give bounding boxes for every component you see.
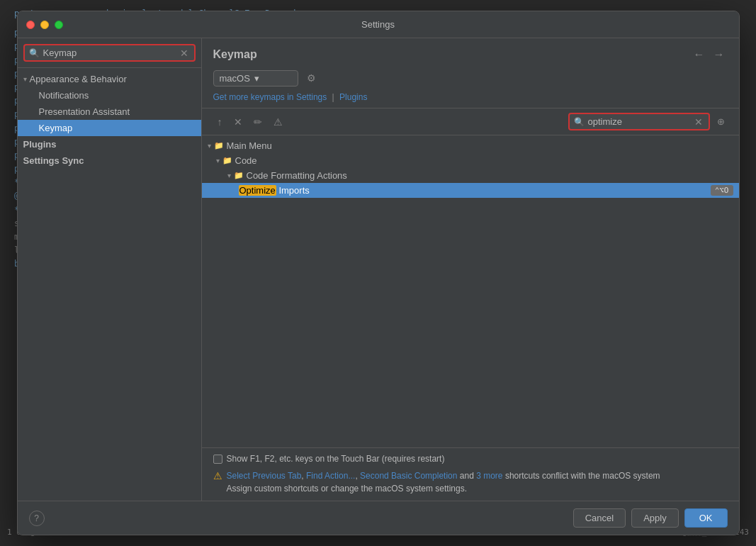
cancel-button[interactable]: Cancel: [573, 508, 626, 528]
traffic-lights: [26, 21, 63, 29]
remove-shortcut-button[interactable]: ✕: [230, 113, 247, 130]
chevron-down-icon: ▾: [208, 142, 211, 150]
keymap-toolbar: ↑ ✕ ✏ ⚠ 🔍 ✕ ⊕: [202, 108, 739, 135]
sidebar-search-container: 🔍 ✕: [18, 38, 201, 68]
sidebar-group-label: Appearance & Behavior: [30, 74, 127, 84]
touch-bar-checkbox[interactable]: [213, 455, 222, 464]
back-button[interactable]: ←: [691, 47, 708, 62]
tree-item-code-formatting[interactable]: ▾ 📁 Code Formatting Actions: [202, 168, 739, 183]
get-more-keymaps-link[interactable]: Get more keymaps in Settings: [213, 92, 327, 102]
plugins-link[interactable]: Plugins: [339, 92, 367, 102]
sidebar-nav: ▾ Appearance & Behavior Notifications Pr…: [18, 68, 201, 172]
tree-item-main-menu[interactable]: ▾ 📁 Main Menu: [202, 138, 739, 153]
titlebar: Settings: [18, 11, 739, 38]
forward-button[interactable]: →: [711, 47, 728, 62]
gear-button[interactable]: ⚙: [304, 69, 319, 87]
navigation-arrows: ← →: [691, 47, 728, 62]
dialog-body: 🔍 ✕ ▾ Appearance & Behavior Notification…: [18, 38, 739, 501]
add-shortcut-button[interactable]: ↑: [213, 113, 227, 130]
folder-icon: 📁: [234, 171, 244, 180]
touch-bar-label: Show F1, F2, etc. keys on the Touch Bar …: [227, 454, 445, 464]
minimize-button[interactable]: [40, 21, 49, 29]
tree-item-label: Optimize Imports: [239, 185, 310, 196]
conflict-text: Select Previous Tab, Find Action..., Sec…: [227, 469, 660, 495]
conflict-warning-row: ⚠ Select Previous Tab, Find Action..., S…: [213, 469, 728, 495]
chevron-down-icon: ▾: [216, 157, 220, 165]
shortcut-badge: ⌃⌥O: [711, 185, 733, 196]
keymap-scheme-dropdown[interactable]: macOS ▾: [213, 70, 298, 87]
sidebar-item-plugins[interactable]: Plugins: [18, 136, 201, 152]
link-separator: |: [332, 92, 334, 102]
action-search-input[interactable]: [588, 116, 689, 127]
sidebar-search-field[interactable]: 🔍 ✕: [23, 44, 196, 62]
toolbar-search-container: 🔍 ✕ ⊕: [568, 113, 728, 130]
action-search-field[interactable]: 🔍 ✕: [568, 113, 710, 130]
sidebar-item-notifications[interactable]: Notifications: [18, 87, 201, 104]
touch-bar-row: Show F1, F2, etc. keys on the Touch Bar …: [213, 454, 728, 464]
tree-item-code[interactable]: ▾ 📁 Code: [202, 153, 739, 168]
settings-dialog: Settings 🔍 ✕ ▾ Appearance & Behavio: [17, 11, 740, 535]
filter-button[interactable]: ⊕: [714, 113, 728, 130]
keymap-controls: macOS ▾ ⚙: [213, 69, 728, 87]
sidebar-item-keymap[interactable]: Keymap: [18, 120, 201, 136]
ok-button[interactable]: OK: [684, 508, 728, 528]
dialog-title: Settings: [361, 19, 395, 30]
keymap-title: Keymap: [213, 48, 257, 61]
chevron-down-icon: ▾: [254, 73, 259, 84]
search-icon: 🔍: [574, 117, 585, 127]
search-icon: 🔍: [29, 48, 40, 58]
tree-item-label: Code: [235, 155, 257, 166]
sidebar-item-settings-sync[interactable]: Settings Sync: [18, 152, 201, 169]
maximize-button[interactable]: [55, 21, 63, 29]
tree-item-label: Main Menu: [227, 140, 272, 151]
bottom-section: Show F1, F2, etc. keys on the Touch Bar …: [202, 447, 739, 501]
dialog-footer: ? Cancel Apply OK: [18, 501, 739, 535]
action-search-clear-button[interactable]: ✕: [693, 117, 704, 127]
sidebar: 🔍 ✕ ▾ Appearance & Behavior Notification…: [18, 38, 202, 501]
chevron-down-icon: ▾: [227, 172, 231, 179]
warning-icon: ⚠: [213, 470, 222, 481]
close-button[interactable]: [26, 21, 35, 29]
chevron-down-icon: ▾: [23, 75, 27, 83]
keymap-tree: ▾ 📁 Main Menu ▾ 📁 Code ▾ 📁 Code F: [202, 135, 739, 447]
sidebar-search-input[interactable]: [43, 48, 175, 58]
folder-icon: 📁: [214, 141, 224, 150]
tree-item-label: Code Formatting Actions: [247, 170, 347, 181]
find-action-link[interactable]: Find Action...: [306, 471, 355, 481]
help-button[interactable]: ?: [29, 511, 45, 526]
keymap-links: Get more keymaps in Settings | Plugins: [213, 92, 728, 102]
more-link[interactable]: 3 more: [476, 471, 502, 481]
second-basic-link[interactable]: Second Basic Completion: [360, 471, 457, 481]
tree-item-optimize-imports[interactable]: Optimize Imports ⌃⌥O: [202, 183, 739, 198]
folder-icon: 📁: [222, 156, 232, 165]
select-prev-tab-link[interactable]: Select Previous Tab: [227, 471, 302, 481]
error-shortcut-button[interactable]: ⚠: [269, 113, 287, 130]
sidebar-item-appearance-behavior[interactable]: ▾ Appearance & Behavior: [18, 71, 201, 87]
apply-button[interactable]: Apply: [631, 508, 679, 528]
sidebar-search-clear-button[interactable]: ✕: [179, 48, 190, 58]
footer-buttons: Cancel Apply OK: [573, 508, 728, 528]
scheme-value: macOS: [220, 73, 250, 84]
edit-shortcut-button[interactable]: ✏: [249, 113, 266, 130]
sidebar-item-presentation-assistant[interactable]: Presentation Assistant: [18, 104, 201, 120]
main-content: Keymap ← → macOS ▾ ⚙ G: [202, 38, 739, 501]
search-highlight: Optimize: [239, 185, 276, 196]
keymap-header: Keymap ← → macOS ▾ ⚙ G: [202, 38, 739, 108]
